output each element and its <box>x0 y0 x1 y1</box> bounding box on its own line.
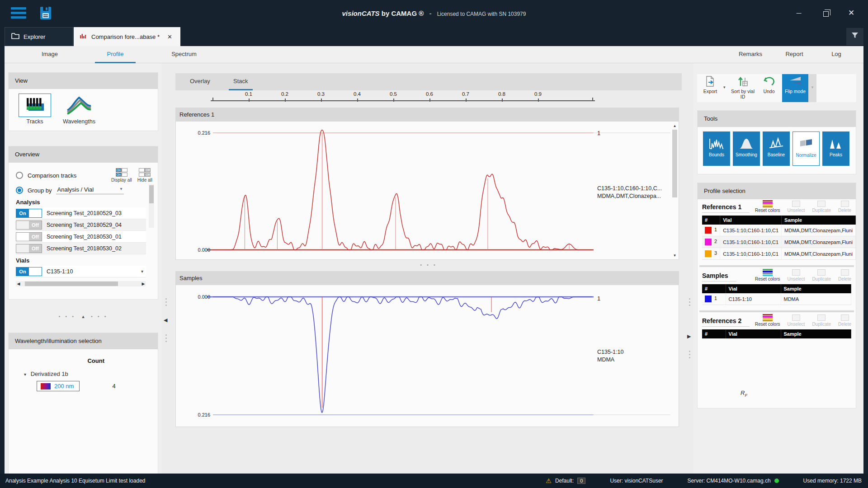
right-panel: Export ▾ Sort by vial ID Undo Flip mode … <box>693 63 863 474</box>
tab-explorer[interactable]: Explorer <box>5 27 73 46</box>
duplicate-icon <box>817 269 826 276</box>
samples-selection: Reset colors Unselect Duplicate Delete S… <box>698 268 856 305</box>
tools-section: Tools Bounds Smoothing Baseline <box>697 110 856 174</box>
analysis-toggle[interactable]: On <box>16 209 42 218</box>
export-button[interactable]: Export <box>697 74 723 102</box>
color-swatch[interactable] <box>705 296 712 302</box>
tab-stack[interactable]: Stack <box>229 73 253 90</box>
export-icon <box>697 76 723 88</box>
color-swatch[interactable] <box>705 227 712 234</box>
tab-spectrum[interactable]: Spectrum <box>164 46 204 63</box>
flip-dropdown-icon: ▾ <box>808 74 816 102</box>
reset-colors-button[interactable]: Reset colors <box>755 200 780 213</box>
analysis-scrollbar[interactable] <box>149 184 154 228</box>
tab-log[interactable]: Log <box>824 46 849 63</box>
status-message: Analysis Example Analysis 10 Equisetum L… <box>0 478 146 484</box>
reset-colors-button[interactable]: Reset colors <box>755 314 780 327</box>
view-tracks-button[interactable]: Tracks <box>19 94 51 125</box>
profile-toolbar: Export ▾ Sort by vial ID Undo Flip mode … <box>697 74 856 102</box>
collapse-left-icon[interactable]: ◀ <box>164 317 167 323</box>
tab-remarks[interactable]: Remarks <box>732 46 769 63</box>
restore-button[interactable] <box>816 5 836 21</box>
left-collapse-strip: ◀ <box>163 63 170 474</box>
window-title: visionCATS by CAMAG ® - Licensed to CAMA… <box>0 0 868 27</box>
view-section: View Tracks Wavelengths <box>8 72 158 131</box>
view-wavelengths-button[interactable]: Wavelengths <box>63 94 95 125</box>
tab-profile[interactable]: Profile <box>95 46 136 63</box>
group-by-label: Group by <box>28 187 52 194</box>
tab-close-icon[interactable]: ✕ <box>165 33 174 41</box>
sort-by-vial-button[interactable]: Sort by vial ID <box>730 74 756 102</box>
duplicate-button: Duplicate <box>812 314 831 327</box>
reset-colors-button[interactable]: Reset colors <box>755 269 780 282</box>
tab-report[interactable]: Report <box>778 46 810 63</box>
user-info: User: visionCATSuser <box>610 478 663 484</box>
hide-all-button[interactable]: Off Off Hide all <box>137 168 152 183</box>
tree-expand-icon[interactable]: ▾ <box>24 372 26 377</box>
analysis-toggle[interactable]: Off <box>16 221 42 230</box>
wavelength-200nm-button[interactable]: 200 nm <box>37 381 80 391</box>
table-row[interactable]: 3C135-1:10,C160-1:10,C1MDMA,DMT,Clonazep… <box>702 248 856 260</box>
memory-info: Used memory: 1722 MB <box>803 478 862 484</box>
references1-scrollbar[interactable]: ▴ ▾ <box>672 123 678 258</box>
tab-image[interactable]: Image <box>33 46 67 63</box>
status-bar: Analysis Example Analysis 10 Equisetum L… <box>0 474 868 488</box>
comparison-tracks-radio[interactable] <box>16 172 23 179</box>
table-row[interactable]: 1C135-1:10MDMA <box>702 293 851 305</box>
table-row[interactable]: 1C135-1:10,C160-1:10,C1MDMA,DMT,Clonazep… <box>702 225 856 236</box>
analysis-list: On Screening Test_20180529_03 Off Screen… <box>9 207 158 254</box>
analysis-toggle[interactable]: Off <box>16 232 42 241</box>
derivatized-group[interactable]: ▾ Derivatized 1b <box>9 367 158 377</box>
rf-axis-top: 0.10.20.30.40.50.60.70.80.9 <box>172 91 685 107</box>
vials-dropdown-icon[interactable]: ▾ <box>141 269 143 274</box>
tool-baseline-button[interactable]: Baseline <box>763 131 790 166</box>
references1-panel: References 1 0.216 0.000 1 C135-1:10,C16… <box>175 108 679 260</box>
tool-bounds-button[interactable]: Bounds <box>703 131 730 166</box>
undo-icon <box>756 76 782 88</box>
undo-button[interactable]: Undo <box>756 74 782 102</box>
bounds-icon <box>709 136 724 150</box>
unselect-icon <box>792 269 800 276</box>
tab-document[interactable]: Comparison fore...abase * ✕ <box>74 27 180 46</box>
vial-toggle[interactable]: On <box>16 267 42 276</box>
panel-splitter[interactable]: • • • ▴ • • • <box>8 314 158 319</box>
delete-icon <box>841 269 849 276</box>
group-by-radio[interactable] <box>16 187 23 194</box>
right-collapse-strip: ▶ <box>686 63 693 474</box>
analysis-row[interactable]: Off Screening Test_20180530_01 <box>16 231 146 243</box>
minimize-button[interactable]: ─ <box>788 5 809 21</box>
analysis-row[interactable]: Off Screening Test_20180530_02 <box>16 243 146 254</box>
vial-row[interactable]: On C135-1:10 ▾ <box>16 266 146 277</box>
analysis-row[interactable]: Off Screening Test_20180529_04 <box>16 219 146 231</box>
vials-hscrollbar[interactable]: ◀▶ <box>16 281 146 286</box>
filter-button[interactable] <box>846 28 863 45</box>
chart-splitter[interactable]: • • • <box>420 262 437 267</box>
collapse-right-icon[interactable]: ▶ <box>687 333 691 339</box>
view-section-header: View <box>9 73 158 89</box>
analysis-toggle[interactable]: Off <box>16 244 42 253</box>
color-swatch[interactable] <box>705 239 712 245</box>
wavelength-section: Wavelength/illumination selection Count … <box>8 333 158 488</box>
flip-mode-button[interactable]: Flip mode <box>782 74 808 102</box>
table-row[interactable]: 2C135-1:10,C160-1:10,C1MDMA,DMT,Clonazep… <box>702 236 856 248</box>
spectrum-gradient-icon <box>41 383 51 389</box>
group-by-dropdown[interactable]: Analysis / Vial ▾ <box>56 186 124 194</box>
chart-area: Overlay Stack 0.10.20.30.40.50.60.70.80.… <box>172 63 685 474</box>
track-label: C135-1:10 MDMA <box>597 348 623 364</box>
references1-chart[interactable]: 0.216 0.000 1 C135-1:10,C160-1:10,C... M… <box>176 122 679 259</box>
y-max-label: 0.216 <box>198 412 210 418</box>
subtab-bar: Image Profile Spectrum Remarks Report Lo… <box>5 46 863 63</box>
color-swatch[interactable] <box>705 250 712 257</box>
tool-peaks-button[interactable]: Peaks <box>822 131 849 166</box>
unselect-icon <box>792 201 800 207</box>
samples-chart[interactable]: 0.000 0.216 1 C135-1:10 MDMA <box>176 285 679 427</box>
display-all-button[interactable]: On On Display all <box>111 168 132 183</box>
tab-overlay[interactable]: Overlay <box>185 73 215 90</box>
tool-smoothing-button[interactable]: Smoothing <box>733 131 760 166</box>
tool-normalize-button[interactable]: Normalize <box>793 131 820 166</box>
delete-button: Delete <box>838 200 851 213</box>
vials-list-label: Vials <box>16 257 29 264</box>
analysis-row[interactable]: On Screening Test_20180529_03 <box>16 207 146 219</box>
close-button[interactable]: ✕ <box>841 5 862 21</box>
export-dropdown-icon[interactable]: ▾ <box>723 74 730 102</box>
